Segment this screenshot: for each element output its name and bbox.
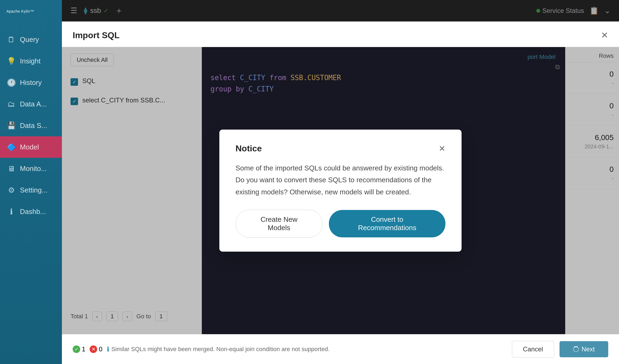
settings-icon: ⚙ (6, 185, 16, 195)
sidebar-item-label: Data A... (20, 100, 47, 108)
sidebar-nav: 🗒 Query 💡 Insight 🕐 History 🗂 Data A... … (0, 29, 62, 222)
data-asset-icon: 🗂 (6, 99, 16, 109)
sidebar-item-data-asset[interactable]: 🗂 Data A... (0, 93, 62, 115)
sidebar-item-data-source[interactable]: 💾 Data S... (0, 115, 62, 136)
data-source-icon: 💾 (6, 121, 16, 130)
import-sql-footer: ✓ 1 ✕ 0 ℹ Similar SQLs might have been m… (62, 334, 619, 364)
convert-to-recommendations-button[interactable]: Convert to Recommendations (329, 210, 445, 237)
notice-dialog: Notice ✕ Some of the imported SQLs could… (219, 130, 462, 252)
notice-header: Notice ✕ (235, 144, 445, 154)
monitor-icon: 🖥 (6, 164, 16, 173)
error-badge: ✕ 0 (90, 345, 102, 353)
success-count: 1 (82, 345, 85, 353)
error-icon: ✕ (90, 345, 97, 353)
success-badge: ✓ 1 (73, 345, 85, 353)
next-label: Next (582, 345, 595, 353)
footer-info: ℹ Similar SQLs might have been merged. N… (107, 345, 330, 353)
notice-backdrop: Notice ✕ Some of the imported SQLs could… (62, 47, 619, 334)
sidebar-item-label: Insight (20, 57, 41, 65)
app-logo: Apache Kylin™ (0, 0, 62, 29)
footer-left: ✓ 1 ✕ 0 ℹ Similar SQLs might have been m… (73, 345, 330, 353)
next-button[interactable]: Next (560, 341, 608, 357)
sidebar-item-label: Query (20, 35, 39, 44)
close-button[interactable]: ✕ (601, 30, 608, 40)
import-sql-body: Uncheck All ✓ SQL ✓ select C_CITY from S… (62, 47, 619, 334)
loading-spinner (573, 346, 579, 352)
query-icon: 🗒 (6, 35, 16, 44)
app-name: Apache Kylin (6, 9, 30, 13)
sidebar-item-label: Dashb... (20, 208, 46, 216)
footer-right: Cancel Next (512, 341, 608, 358)
sidebar-item-label: Setting... (20, 186, 48, 194)
import-sql-title: Import SQL (73, 30, 119, 40)
info-text: Similar SQLs might have been merged. Non… (111, 346, 330, 353)
sidebar-item-history[interactable]: 🕐 History (0, 72, 62, 93)
import-sql-panel: Import SQL ✕ Uncheck All ✓ SQL ✓ (62, 22, 619, 364)
sidebar-item-dashboard[interactable]: ℹ Dashb... (0, 201, 62, 222)
sidebar-item-settings[interactable]: ⚙ Setting... (0, 179, 62, 201)
sidebar-item-query[interactable]: 🗒 Query (0, 29, 62, 50)
main-content: ☰ ⧫ ssb ✓ ＋ Service Status 📋 ⌄ Import SQ… (62, 0, 619, 364)
sidebar-item-insight[interactable]: 💡 Insight (0, 50, 62, 72)
sidebar-item-label: Data S... (20, 122, 47, 130)
import-sql-header: Import SQL ✕ (62, 22, 619, 47)
cancel-button[interactable]: Cancel (512, 341, 554, 358)
notice-body: Some of the imported SQLs could be answe… (235, 162, 445, 198)
notice-actions: Create New Models Convert to Recommendat… (235, 210, 445, 238)
sidebar-item-label: History (20, 78, 42, 87)
sidebar-item-label: Monito... (20, 165, 47, 173)
model-icon: 🔷 (6, 142, 16, 152)
notice-title: Notice (235, 144, 262, 154)
sidebar-item-model[interactable]: 🔷 Model (0, 136, 62, 158)
sidebar: Apache Kylin™ 🗒 Query 💡 Insight 🕐 Histor… (0, 0, 62, 364)
sidebar-item-label: Model (20, 143, 39, 151)
notice-close-button[interactable]: ✕ (439, 144, 445, 153)
info-icon: ℹ (107, 345, 109, 353)
insight-icon: 💡 (6, 56, 16, 66)
error-count: 0 (99, 345, 102, 353)
sidebar-item-monitor[interactable]: 🖥 Monito... (0, 158, 62, 179)
success-icon: ✓ (73, 345, 80, 353)
create-new-models-button[interactable]: Create New Models (235, 210, 322, 238)
history-icon: 🕐 (6, 78, 16, 87)
dashboard-icon: ℹ (6, 207, 16, 216)
